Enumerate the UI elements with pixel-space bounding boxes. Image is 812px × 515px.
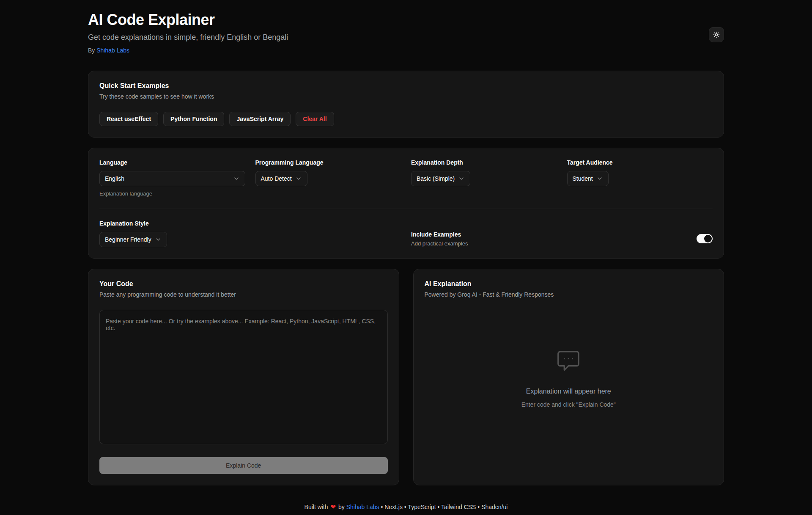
- include-examples-description: Add practical examples: [411, 240, 468, 247]
- byline-author-link[interactable]: Shihab Labs: [96, 47, 129, 54]
- example-button-python-function[interactable]: Python Function: [163, 112, 224, 126]
- explanation-depth-select-value: Basic (Simple): [417, 175, 455, 182]
- target-audience-select-value: Student: [573, 175, 593, 182]
- chevron-down-icon: [458, 175, 465, 182]
- byline: By Shihab Labs: [88, 47, 724, 54]
- language-select[interactable]: English: [99, 171, 245, 186]
- explanation-depth-select[interactable]: Basic (Simple): [411, 171, 470, 186]
- quick-start-buttons: React useEffect Python Function JavaScri…: [99, 112, 713, 126]
- field-explanation-style: Explanation Style Beginner Friendly: [99, 220, 401, 247]
- explanation-depth-label: Explanation Depth: [411, 159, 557, 166]
- page-container: AI Code Explainer Get code explanations …: [88, 0, 724, 515]
- quick-start-title: Quick Start Examples: [99, 82, 713, 90]
- clear-all-button[interactable]: Clear All: [296, 112, 334, 126]
- programming-language-select[interactable]: Auto Detect: [255, 171, 307, 186]
- explanation-empty-state: Explanation will appear here Enter code …: [425, 350, 713, 408]
- footer-built-with: Built with: [304, 504, 328, 510]
- field-explanation-depth: Explanation Depth Basic (Simple): [411, 159, 557, 197]
- field-language: Language English Explanation language: [99, 159, 245, 197]
- explanation-style-label: Explanation Style: [99, 220, 401, 227]
- footer-stack: • Next.js • TypeScript • Tailwind CSS • …: [381, 504, 508, 510]
- settings-grid: Language English Explanation language Pr…: [99, 159, 713, 197]
- chevron-down-icon: [295, 175, 302, 182]
- message-bubble-dots-icon: [556, 350, 581, 374]
- ai-explanation-title: AI Explanation: [425, 280, 713, 288]
- footer-by: by: [338, 504, 345, 510]
- chevron-down-icon: [596, 175, 603, 182]
- field-target-audience: Target Audience Student: [567, 159, 713, 197]
- header: AI Code Explainer Get code explanations …: [88, 11, 724, 54]
- page-subtitle: Get code explanations in simple, friendl…: [88, 33, 724, 42]
- empty-state-title: Explanation will appear here: [526, 388, 611, 395]
- quick-start-subtitle: Try these code samples to see how it wor…: [99, 93, 713, 100]
- target-audience-select[interactable]: Student: [567, 171, 609, 186]
- theme-toggle-button[interactable]: [709, 27, 724, 42]
- include-examples-field: Include Examples Add practical examples: [411, 230, 713, 247]
- programming-language-select-value: Auto Detect: [261, 175, 292, 182]
- explanation-style-select-value: Beginner Friendly: [105, 236, 151, 243]
- include-examples-text: Include Examples Add practical examples: [411, 231, 468, 247]
- field-programming-language: Programming Language Auto Detect: [255, 159, 401, 197]
- example-button-javascript-array[interactable]: JavaScript Array: [229, 112, 291, 126]
- chevron-down-icon: [233, 175, 240, 182]
- example-button-react-useeffect[interactable]: React useEffect: [99, 112, 158, 126]
- include-examples-label: Include Examples: [411, 231, 468, 238]
- programming-language-label: Programming Language: [255, 159, 401, 166]
- settings-card: Language English Explanation language Pr…: [88, 148, 724, 259]
- language-select-value: English: [105, 175, 124, 182]
- code-input[interactable]: [99, 310, 388, 444]
- your-code-title: Your Code: [99, 280, 388, 288]
- target-audience-label: Target Audience: [567, 159, 713, 166]
- page-title: AI Code Explainer: [88, 11, 724, 29]
- empty-state-hint: Enter code and click "Explain Code": [521, 401, 616, 408]
- ai-explanation-subtitle: Powered by Groq AI - Fast & Friendly Res…: [425, 291, 713, 298]
- chevron-down-icon: [155, 236, 162, 243]
- settings-row-2: Explanation Style Beginner Friendly Incl…: [99, 220, 713, 247]
- language-hint: Explanation language: [99, 190, 245, 197]
- your-code-subtitle: Paste any programming code to understand…: [99, 291, 388, 298]
- switch-knob: [704, 235, 712, 242]
- heart-icon: ❤: [330, 503, 337, 510]
- explain-code-button[interactable]: Explain Code: [99, 457, 388, 474]
- quick-start-card: Quick Start Examples Try these code samp…: [88, 71, 724, 138]
- panels-row: Your Code Paste any programming code to …: [88, 269, 724, 485]
- sun-icon: [713, 31, 720, 38]
- explanation-style-select[interactable]: Beginner Friendly: [99, 232, 167, 247]
- settings-divider: [99, 209, 713, 209]
- byline-prefix: By: [88, 47, 95, 54]
- footer-author-link[interactable]: Shihab Labs: [346, 504, 379, 510]
- footer: Built with ❤ by Shihab Labs • Next.js • …: [88, 503, 724, 515]
- your-code-card: Your Code Paste any programming code to …: [88, 269, 399, 485]
- include-examples-switch[interactable]: [697, 234, 713, 243]
- language-label: Language: [99, 159, 245, 166]
- ai-explanation-card: AI Explanation Powered by Groq AI - Fast…: [413, 269, 724, 485]
